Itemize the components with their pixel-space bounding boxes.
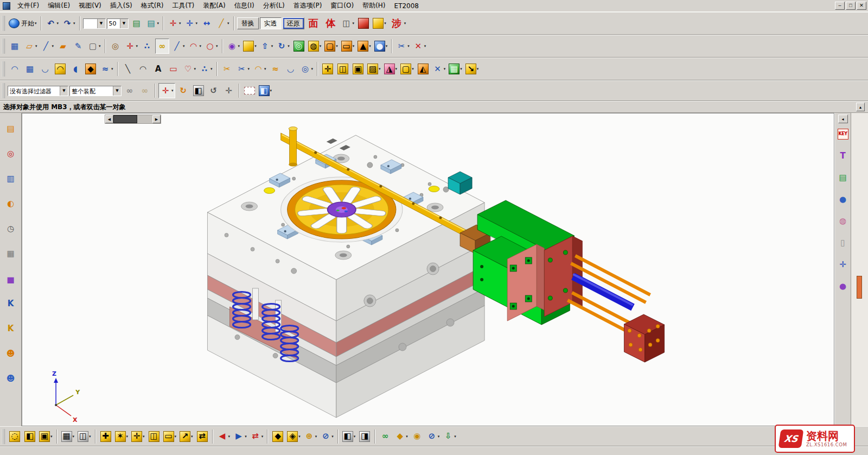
- stop-chain-icon[interactable]: ∞: [138, 83, 152, 98]
- menu-item-2[interactable]: 视图(V): [74, 0, 106, 12]
- dropdown-arrow[interactable]: ▾: [412, 67, 414, 71]
- replace-button[interactable]: 替换: [237, 17, 259, 29]
- translucency-button[interactable]: 实透: [260, 17, 282, 29]
- mold-assembly-3d-view[interactable]: Z Y X: [22, 113, 834, 426]
- redo-icon[interactable]: ↷▾: [61, 16, 76, 31]
- circle-icon[interactable]: ○▾: [203, 39, 219, 54]
- replace-component-icon[interactable]: ⇄: [195, 429, 209, 444]
- restore-button[interactable]: 还原: [283, 17, 304, 29]
- dropdown-arrow[interactable]: ▾: [228, 434, 231, 439]
- text-icon[interactable]: A: [151, 61, 165, 77]
- kf-find-icon[interactable]: K: [4, 321, 18, 336]
- scale-body-icon[interactable]: ✕▾: [431, 61, 447, 77]
- dropdown-arrow[interactable]: ▾: [200, 44, 202, 48]
- dropdown-arrow[interactable]: ▾: [196, 21, 198, 26]
- view-layout-icon[interactable]: ▦: [8, 39, 22, 54]
- find-component-icon[interactable]: ◌: [8, 429, 22, 444]
- n-sided-surface-icon[interactable]: ◆: [84, 61, 98, 77]
- ruled-surface-icon[interactable]: ◠: [8, 61, 22, 77]
- rectangle-select-icon[interactable]: [242, 83, 257, 98]
- shaded-cube-icon[interactable]: ◧: [192, 83, 206, 98]
- through-curves-icon[interactable]: ▦: [23, 61, 37, 77]
- sketch-in-task-icon[interactable]: ▢▾: [86, 39, 102, 54]
- ruler-icon[interactable]: ╱▾: [215, 16, 231, 31]
- pad-icon[interactable]: ▭▾: [340, 39, 356, 54]
- roles-icon[interactable]: ☻: [4, 346, 18, 361]
- key-help-icon[interactable]: KEY: [836, 128, 850, 141]
- dropdown-arrow[interactable]: ▾: [454, 434, 456, 439]
- shell-icon[interactable]: ▢▾: [399, 61, 415, 77]
- dropdown-arrow[interactable]: ▾: [407, 44, 410, 48]
- sketch-icon[interactable]: ✎: [71, 39, 85, 54]
- blue-sphere-icon[interactable]: ●: [836, 193, 850, 206]
- menu-item-4[interactable]: 格式(R): [137, 0, 168, 12]
- point-icon[interactable]: ✛▾: [124, 39, 139, 54]
- dropdown-arrow[interactable]: ▾: [379, 67, 381, 71]
- dotted-sphere-icon[interactable]: ◍: [836, 214, 850, 228]
- dropdown-arrow[interactable]: ▾: [157, 21, 159, 26]
- scrollbar-thumb[interactable]: [113, 115, 137, 123]
- menu-item-1[interactable]: 编辑(E): [43, 0, 74, 12]
- purple-ball-icon[interactable]: ●: [836, 280, 850, 293]
- sequence-icon[interactable]: ◫▾: [76, 429, 92, 444]
- dropdown-arrow[interactable]: ▾: [179, 21, 181, 26]
- dropdown-arrow[interactable]: ▾: [136, 44, 138, 48]
- bridge-curve-icon[interactable]: ◡: [284, 61, 298, 77]
- hole-icon[interactable]: ◎: [292, 39, 306, 54]
- plus-tool-icon[interactable]: ✛: [836, 258, 850, 271]
- swept-icon[interactable]: ◠: [53, 61, 67, 77]
- test-tube-icon[interactable]: ▯: [836, 236, 850, 249]
- isometric-view-icon[interactable]: ◧▾: [258, 83, 273, 98]
- menu-item-10[interactable]: 窗口(O): [326, 0, 358, 12]
- layer-category-icon[interactable]: ▤▾: [145, 16, 161, 31]
- dropdown-arrow[interactable]: ▾: [194, 67, 196, 71]
- menu-item-3[interactable]: 插入(S): [106, 0, 137, 12]
- wave-label[interactable]: 涉▾: [388, 16, 407, 31]
- toolbar-grip[interactable]: [2, 16, 5, 31]
- extrude-icon[interactable]: ⇧▾: [259, 39, 275, 54]
- orient-view-icon[interactable]: ↺: [207, 83, 221, 98]
- dropdown-arrow[interactable]: ▾: [171, 89, 174, 93]
- fillet-icon[interactable]: ◠▾: [252, 61, 267, 77]
- menu-item-11[interactable]: 帮助(H): [358, 0, 390, 12]
- move-component-icon[interactable]: ↗▾: [178, 429, 194, 444]
- vertical-scrollbar-thumb[interactable]: [857, 276, 862, 299]
- toolbar-grip[interactable]: [2, 429, 5, 444]
- datum-csys-icon[interactable]: ✛▾: [183, 16, 199, 31]
- dropdown-arrow[interactable]: ▾: [210, 67, 213, 71]
- wcs-orient-icon[interactable]: ✛▾: [167, 16, 182, 31]
- snap-point-icon[interactable]: ✛▾: [158, 83, 175, 98]
- dropdown-arrow[interactable]: ▾: [35, 44, 37, 48]
- dropdown-arrow[interactable]: ▾: [271, 44, 273, 48]
- dropdown-arrow[interactable]: ▾: [89, 434, 91, 439]
- component-properties-icon[interactable]: ▣▾: [38, 429, 54, 444]
- mate-constraint-icon[interactable]: ◀▾: [216, 429, 232, 444]
- reuse-library-icon[interactable]: ◐: [4, 197, 18, 211]
- work-layer-combo[interactable]: 50▼: [107, 18, 129, 29]
- update-structure-icon[interactable]: ◨: [358, 429, 372, 444]
- dropdown-arrow[interactable]: ▾: [424, 44, 426, 48]
- arc-icon[interactable]: ◠▾: [187, 39, 203, 54]
- split-body-icon[interactable]: ✕▾: [412, 39, 427, 54]
- sphere-primitive-icon[interactable]: ●▾: [373, 39, 389, 54]
- dropdown-arrow[interactable]: ▾: [406, 434, 408, 439]
- dropdown-arrow[interactable]: ▾: [143, 434, 145, 439]
- offset-face-icon[interactable]: ↘▾: [464, 61, 480, 77]
- dropdown-arrow[interactable]: ▾: [384, 21, 386, 26]
- groups-icon[interactable]: ☻: [4, 371, 18, 386]
- dropdown-arrow[interactable]: ▾: [35, 21, 37, 26]
- mirror-assembly-icon[interactable]: ◫: [147, 429, 161, 444]
- rotate-view-icon[interactable]: ↻: [176, 83, 190, 98]
- dropdown-arrow[interactable]: ▾: [216, 44, 218, 48]
- arrangement-icon[interactable]: ◈▾: [286, 429, 302, 444]
- dropdown-arrow[interactable]: ▾: [248, 67, 250, 71]
- template-icon[interactable]: T: [836, 149, 850, 162]
- pocket-icon[interactable]: ▢▾: [323, 39, 339, 54]
- dropdown-arrow[interactable]: ▾: [353, 21, 355, 26]
- dropdown-arrow[interactable]: ▾: [320, 44, 322, 48]
- rectangle-icon[interactable]: ▭: [167, 61, 181, 77]
- mirror-body-icon[interactable]: ▣: [351, 61, 365, 77]
- dropdown-arrow[interactable]: ▾: [73, 434, 75, 439]
- visual-reports-icon[interactable]: ▅: [4, 271, 18, 286]
- suppress-component-icon[interactable]: ▭▾: [162, 429, 178, 444]
